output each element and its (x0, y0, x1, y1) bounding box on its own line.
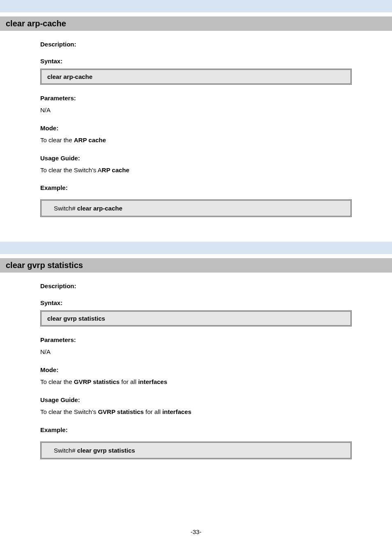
label-mode: Mode: (40, 366, 352, 373)
cli-box-2: Switch# clear gvrp statistics (40, 442, 352, 459)
page-number: -33- (0, 528, 392, 535)
label-parameters: Parameters: (40, 336, 352, 343)
usage-post: for all (144, 408, 162, 415)
label-description: Description: (40, 282, 352, 289)
label-example: Example: (40, 426, 352, 433)
usage-bold: RP cache (102, 166, 129, 173)
usage-text-1: To clear the Switch's ARP cache (40, 166, 352, 175)
section-band (0, 242, 392, 254)
mode-pre: To clear the (40, 378, 74, 385)
mode-bold2: interfaces (138, 378, 167, 385)
usage-text-2: To clear the Switch's GVRP statistics fo… (40, 407, 352, 416)
section-heading-1: clear arp-cache (0, 16, 392, 31)
label-syntax: Syntax: (40, 299, 352, 306)
cli-command: clear gvrp statistics (76, 447, 135, 454)
cli-prompt: Switch# (54, 447, 76, 454)
mode-pre: To clear the (40, 136, 74, 143)
label-usage: Usage Guide: (40, 155, 352, 162)
section-band (0, 0, 392, 12)
usage-bold2: interfaces (162, 408, 191, 415)
label-syntax: Syntax: (40, 58, 352, 65)
usage-bold: GVRP statistics (98, 408, 143, 415)
mode-text-1: To clear the ARP cache (40, 136, 352, 145)
label-mode: Mode: (40, 125, 352, 132)
label-parameters: Parameters: (40, 95, 352, 102)
param-text-1: N/A (40, 106, 352, 115)
usage-pre: To clear the Switch's (40, 408, 98, 415)
usage-pre: To clear the Switch's A (40, 166, 102, 173)
mode-bold: ARP cache (74, 136, 106, 143)
section-heading-2: clear gvrp statistics (0, 258, 392, 273)
mode-bold: GVRP statistics (74, 378, 120, 385)
cli-command: clear arp-cache (76, 205, 122, 212)
label-usage: Usage Guide: (40, 396, 352, 403)
syntax-box-2: clear gvrp statistics (40, 310, 352, 326)
label-description: Description: (40, 41, 352, 48)
cli-prompt: Switch# (54, 205, 76, 212)
cli-box-1: Switch# clear arp-cache (40, 199, 352, 217)
param-text-2: N/A (40, 347, 352, 356)
mode-text-2: To clear the GVRP statistics for all int… (40, 377, 352, 386)
syntax-box-1: clear arp-cache (40, 69, 352, 85)
mode-post: for all (120, 378, 138, 385)
label-example: Example: (40, 184, 352, 191)
